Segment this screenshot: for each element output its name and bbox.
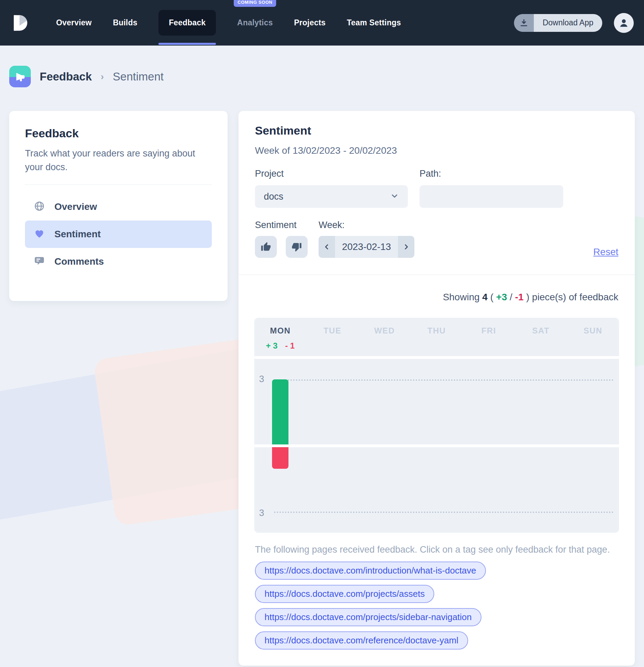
project-select[interactable]: docs xyxy=(255,185,408,208)
sentiment-week-chart: MON TUE WED THU FRI SAT SUN + 3 - 1 xyxy=(254,318,619,533)
project-label: Project xyxy=(255,168,408,179)
sidebar-description: Track what your readers are saying about… xyxy=(25,147,212,174)
summary-total: 4 xyxy=(482,292,488,302)
nav-item-team-settings[interactable]: Team Settings xyxy=(347,18,401,27)
y-axis-label-bottom: 3 xyxy=(259,508,264,518)
page-tag[interactable]: https://docs.doctave.com/projects/sideba… xyxy=(255,608,481,626)
monday-positive-count: + 3 xyxy=(266,341,278,351)
nav-item-overview[interactable]: Overview xyxy=(56,18,92,27)
feedback-summary: Showing 4 ( +3 / -1 ) piece(s) of feedba… xyxy=(443,292,618,303)
day-label-thu: THU xyxy=(411,326,463,336)
nav-links: Overview Builds Feedback COMING SOON Ana… xyxy=(56,10,401,36)
breadcrumb-separator-icon: › xyxy=(101,71,104,82)
panel-title: Sentiment xyxy=(255,124,311,137)
gridline-minus3 xyxy=(274,512,614,513)
comment-icon xyxy=(34,255,45,268)
thumbs-up-button[interactable] xyxy=(255,236,277,258)
summary-positive: +3 xyxy=(496,292,507,302)
sidebar-item-sentiment[interactable]: Sentiment xyxy=(25,221,212,248)
page-tag[interactable]: https://docs.doctave.com/projects/assets xyxy=(255,585,434,603)
chart-positive-area: 3 xyxy=(254,359,619,444)
page-tag[interactable]: https://docs.doctave.com/reference/docta… xyxy=(255,631,468,650)
week-filter: Week: 2023-02-13 xyxy=(319,220,414,258)
panel-week-range: Week of 13/02/2023 - 20/02/2023 xyxy=(255,145,397,156)
sidebar-item-comments-label: Comments xyxy=(54,256,104,267)
day-label-wed: WED xyxy=(359,326,411,336)
previous-week-button[interactable] xyxy=(319,236,335,258)
reset-link[interactable]: Reset xyxy=(593,247,618,257)
negative-bar-monday[interactable] xyxy=(272,447,288,469)
globe-icon xyxy=(34,201,45,213)
week-value[interactable]: 2023-02-13 xyxy=(335,236,398,258)
sentiment-filter: Sentiment xyxy=(255,220,308,258)
next-week-button[interactable] xyxy=(398,236,414,258)
week-label: Week: xyxy=(319,220,414,230)
page: Overview Builds Feedback COMING SOON Ana… xyxy=(0,0,644,667)
nav-item-projects[interactable]: Projects xyxy=(294,18,325,27)
summary-close: ) piece(s) of feedback xyxy=(526,292,618,302)
day-label-tue: TUE xyxy=(306,326,358,336)
download-app-button[interactable]: Download App xyxy=(514,14,602,32)
sidebar-divider xyxy=(25,185,212,185)
breadcrumb-page: Sentiment xyxy=(113,70,164,83)
y-axis-label-top: 3 xyxy=(259,374,264,385)
coming-soon-badge: COMING SOON xyxy=(234,0,276,7)
day-label-mon: MON xyxy=(254,326,306,336)
top-navigation-bar: Overview Builds Feedback COMING SOON Ana… xyxy=(0,0,644,46)
page-tag-list: https://docs.doctave.com/introduction/wh… xyxy=(255,562,486,650)
chart-day-header: MON TUE WED THU FRI SAT SUN + 3 - 1 xyxy=(254,318,619,356)
nav-right-cluster: Download App xyxy=(514,13,634,33)
thumbs-down-button[interactable] xyxy=(286,236,308,258)
heart-icon xyxy=(34,228,45,240)
path-filter: Path: xyxy=(420,168,563,208)
sentiment-panel-card: Sentiment Week of 13/02/2023 - 20/02/202… xyxy=(239,111,635,666)
feedback-megaphone-icon xyxy=(9,66,31,87)
day-row: MON TUE WED THU FRI SAT SUN xyxy=(254,326,619,336)
download-icon xyxy=(514,14,534,32)
download-app-label: Download App xyxy=(534,14,602,32)
sidebar-item-overview[interactable]: Overview xyxy=(25,193,212,221)
sidebar-item-overview-label: Overview xyxy=(54,201,97,212)
nav-item-analytics-label: Analytics xyxy=(237,18,273,27)
sidebar-item-comments[interactable]: Comments xyxy=(25,248,212,275)
positive-bar-monday[interactable] xyxy=(272,379,288,444)
panel-divider xyxy=(239,275,635,275)
doctave-logo-icon[interactable] xyxy=(10,13,30,33)
sidebar-title: Feedback xyxy=(25,127,212,140)
gridline-plus3 xyxy=(274,379,614,381)
feedback-sidebar-card: Feedback Track what your readers are say… xyxy=(9,111,228,301)
nav-item-builds[interactable]: Builds xyxy=(113,18,137,27)
summary-negative: -1 xyxy=(515,292,524,302)
summary-open-paren: ( xyxy=(490,292,493,302)
monday-counts: + 3 - 1 xyxy=(254,341,306,351)
nav-item-analytics[interactable]: COMING SOON Analytics xyxy=(237,18,273,27)
sidebar-item-sentiment-label: Sentiment xyxy=(54,229,101,240)
pages-helper-text: The following pages received feedback. C… xyxy=(255,544,610,555)
summary-divider: / xyxy=(510,292,513,302)
user-avatar[interactable] xyxy=(614,13,634,33)
day-label-fri: FRI xyxy=(463,326,515,336)
project-filter: Project docs xyxy=(255,168,408,208)
breadcrumb-section[interactable]: Feedback xyxy=(40,70,92,83)
page-tag[interactable]: https://docs.doctave.com/introduction/wh… xyxy=(255,562,486,580)
path-input[interactable] xyxy=(420,185,563,208)
day-annotation-row: + 3 - 1 xyxy=(254,341,619,351)
sentiment-toggle-group xyxy=(255,236,308,258)
nav-item-feedback[interactable]: Feedback xyxy=(158,10,216,36)
sentiment-label: Sentiment xyxy=(255,220,308,230)
week-stepper: 2023-02-13 xyxy=(319,236,414,258)
project-select-value: docs xyxy=(264,191,390,202)
summary-showing: Showing xyxy=(443,292,479,302)
chart-negative-area: 3 xyxy=(254,447,619,533)
day-label-sun: SUN xyxy=(567,326,619,336)
monday-negative-count: - 1 xyxy=(285,341,295,351)
chevron-down-icon xyxy=(390,191,399,202)
path-label: Path: xyxy=(420,168,563,179)
day-label-sat: SAT xyxy=(515,326,567,336)
breadcrumb: Feedback › Sentiment xyxy=(9,66,164,87)
